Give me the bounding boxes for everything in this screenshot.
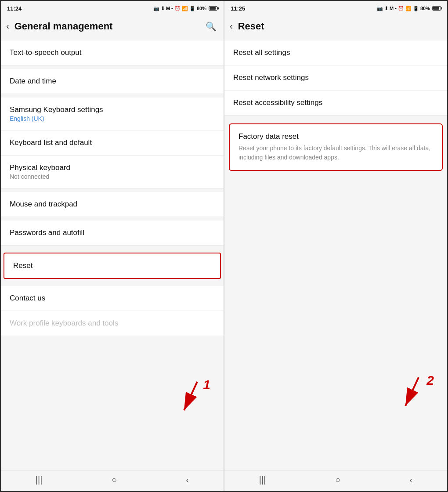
time-left: 11:24 bbox=[7, 5, 22, 12]
item-title-contact-us: Contact us bbox=[10, 294, 45, 302]
divider-4 bbox=[1, 217, 224, 221]
wifi-icon: 📶 bbox=[182, 6, 188, 11]
left-panel: 11:24 📷 ⬇ M • ⏰ 📶 📱 80% ‹ General manage… bbox=[1, 1, 224, 491]
item-title-keyboard-list: Keyboard list and default bbox=[10, 138, 92, 147]
sidebar-item-reset-all[interactable]: Reset all settings bbox=[224, 40, 447, 65]
item-title-date-time: Date and time bbox=[10, 77, 56, 85]
item-title-mouse-trackpad: Mouse and trackpad bbox=[10, 200, 77, 208]
signal-icon: 📱 bbox=[189, 6, 195, 11]
back-button-left[interactable]: ‹ bbox=[4, 19, 11, 33]
factory-reset-desc: Reset your phone to its factory default … bbox=[238, 144, 433, 162]
alarm-icon: ⏰ bbox=[174, 6, 181, 11]
item-title-reset-network: Reset network settings bbox=[233, 73, 309, 82]
divider-2 bbox=[1, 94, 224, 98]
recent-apps-right[interactable]: ||| bbox=[259, 475, 266, 485]
page-title-left: General management bbox=[14, 21, 202, 32]
nav-bar-right: ||| ○ ‹ bbox=[224, 470, 447, 491]
wifi-icon-right: 📶 bbox=[405, 6, 412, 11]
recent-apps-left[interactable]: ||| bbox=[36, 475, 43, 485]
settings-list-right: Reset all settings Reset network setting… bbox=[224, 37, 447, 470]
item-title-reset-accessibility: Reset accessibility settings bbox=[233, 98, 322, 107]
item-title-physical-keyboard: Physical keyboard bbox=[10, 163, 70, 172]
home-button-right[interactable]: ○ bbox=[335, 475, 340, 485]
sidebar-item-reset-network[interactable]: Reset network settings bbox=[224, 65, 447, 90]
back-nav-left[interactable]: ‹ bbox=[186, 475, 189, 485]
factory-reset-item[interactable]: Factory data reset Reset your phone to i… bbox=[229, 123, 443, 171]
divider-right-1 bbox=[224, 116, 447, 119]
back-nav-right[interactable]: ‹ bbox=[410, 475, 413, 485]
page-header-left: ‹ General management 🔍 bbox=[1, 15, 224, 37]
right-panel: 11:25 📷 ⬇ M • ⏰ 📶 📱 80% ‹ Reset Reset al… bbox=[224, 1, 447, 491]
signal-icon-right: 📱 bbox=[413, 6, 419, 11]
notification-icons-right: 📷 ⬇ M • bbox=[377, 6, 397, 11]
status-icons-left: 📷 ⬇ M • ⏰ 📶 📱 80% bbox=[153, 6, 217, 11]
notification-icons-left: 📷 ⬇ M • bbox=[153, 6, 173, 11]
item-subtitle-samsung-keyboard: English (UK) bbox=[10, 115, 215, 122]
time-right: 11:25 bbox=[231, 5, 245, 12]
battery-icon-left bbox=[209, 6, 217, 11]
divider-3 bbox=[1, 188, 224, 192]
battery-text-left: 80% bbox=[197, 6, 206, 11]
sidebar-item-reset[interactable]: Reset bbox=[4, 253, 221, 279]
status-bar-left: 11:24 📷 ⬇ M • ⏰ 📶 📱 80% bbox=[1, 1, 224, 15]
sidebar-item-work-profile[interactable]: Work profile keyboards and tools bbox=[1, 311, 224, 336]
item-title-work-profile: Work profile keyboards and tools bbox=[10, 319, 118, 327]
back-button-right[interactable]: ‹ bbox=[228, 19, 235, 33]
item-title-text-to-speech: Text-to-speech output bbox=[10, 48, 81, 57]
sidebar-item-physical-keyboard[interactable]: Physical keyboard Not connected bbox=[1, 156, 224, 188]
sidebar-item-mouse-trackpad[interactable]: Mouse and trackpad bbox=[1, 192, 224, 217]
battery-text-right: 80% bbox=[420, 6, 430, 11]
page-title-right: Reset bbox=[238, 21, 440, 32]
battery-icon-right bbox=[432, 6, 441, 11]
nav-bar-left: ||| ○ ‹ bbox=[1, 470, 224, 491]
page-header-right: ‹ Reset bbox=[224, 15, 447, 37]
sidebar-item-date-time[interactable]: Date and time bbox=[1, 69, 224, 94]
divider-6 bbox=[1, 282, 224, 286]
item-subtitle-physical-keyboard: Not connected bbox=[10, 173, 215, 180]
sidebar-item-keyboard-list[interactable]: Keyboard list and default bbox=[1, 130, 224, 156]
status-bar-right: 11:25 📷 ⬇ M • ⏰ 📶 📱 80% bbox=[224, 1, 447, 15]
item-title-reset: Reset bbox=[13, 261, 33, 270]
sidebar-item-text-to-speech[interactable]: Text-to-speech output bbox=[1, 40, 224, 65]
factory-reset-title: Factory data reset bbox=[238, 132, 433, 141]
divider-5 bbox=[1, 246, 224, 249]
settings-list-left: Text-to-speech output Date and time Sams… bbox=[1, 37, 224, 470]
item-title-passwords-autofill: Passwords and autofill bbox=[10, 228, 84, 237]
home-button-left[interactable]: ○ bbox=[112, 475, 117, 485]
divider-1 bbox=[1, 65, 224, 69]
alarm-icon-right: ⏰ bbox=[398, 6, 404, 11]
search-icon-left[interactable]: 🔍 bbox=[206, 21, 217, 32]
item-title-samsung-keyboard: Samsung Keyboard settings bbox=[10, 105, 103, 114]
status-icons-right: 📷 ⬇ M • ⏰ 📶 📱 80% bbox=[377, 6, 441, 11]
sidebar-item-samsung-keyboard[interactable]: Samsung Keyboard settings English (UK) bbox=[1, 98, 224, 130]
item-title-reset-all: Reset all settings bbox=[233, 48, 290, 57]
sidebar-item-contact-us[interactable]: Contact us bbox=[1, 286, 224, 311]
sidebar-item-passwords-autofill[interactable]: Passwords and autofill bbox=[1, 221, 224, 246]
sidebar-item-reset-accessibility[interactable]: Reset accessibility settings bbox=[224, 90, 447, 116]
